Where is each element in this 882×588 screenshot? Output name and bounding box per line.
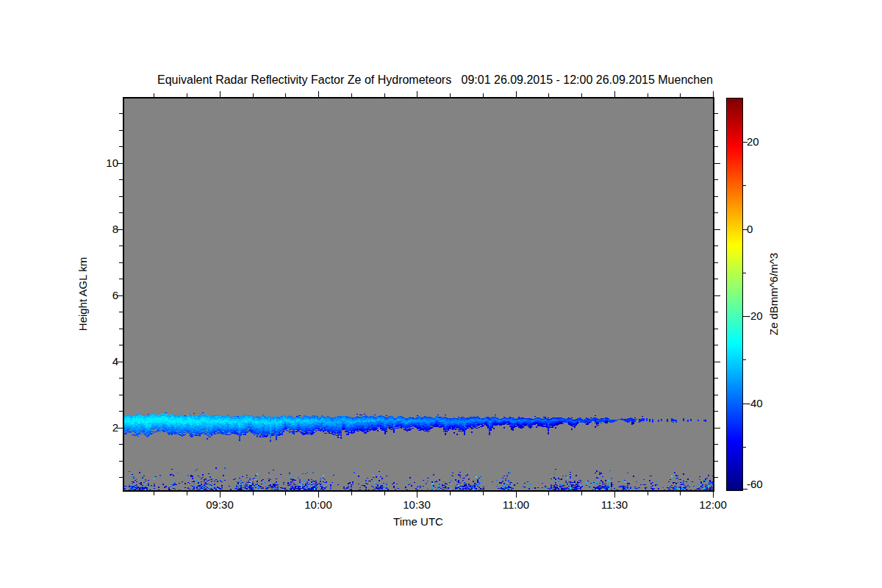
x-minor-tick <box>483 93 484 97</box>
x-major-tick <box>614 492 615 498</box>
x-major-tick <box>417 492 417 498</box>
colorbar-minor-tick <box>743 359 746 360</box>
y-major-tick <box>714 229 720 230</box>
y-minor-tick <box>119 477 123 478</box>
y-minor-tick <box>714 113 718 114</box>
x-major-tick <box>220 91 220 97</box>
y-minor-tick <box>714 279 718 279</box>
x-tick-label: 09:30 <box>198 499 242 511</box>
y-minor-tick <box>714 444 718 445</box>
y-minor-tick <box>714 146 718 147</box>
colorbar-tick-label: -40 <box>747 398 781 409</box>
x-minor-tick <box>680 93 681 97</box>
x-axis-label: Time UTC <box>345 515 492 528</box>
y-minor-tick <box>119 312 123 312</box>
y-tick-label: 6 <box>89 290 118 301</box>
y-minor-tick <box>119 113 123 114</box>
colorbar-tick-label: -60 <box>747 478 781 490</box>
colorbar-minor-tick <box>743 273 746 273</box>
x-minor-tick <box>548 93 549 97</box>
x-minor-tick <box>351 492 352 495</box>
x-minor-tick <box>285 93 286 97</box>
x-minor-tick <box>253 93 254 97</box>
y-minor-tick <box>714 395 718 395</box>
y-minor-tick <box>119 262 123 263</box>
x-minor-tick <box>253 492 254 495</box>
y-minor-tick <box>119 444 123 445</box>
y-minor-tick <box>714 461 718 462</box>
y-minor-tick <box>119 245 123 246</box>
colorbar-canvas <box>727 98 742 490</box>
x-tick-label: 12:00 <box>691 499 735 511</box>
y-minor-tick <box>714 179 718 180</box>
x-minor-tick <box>680 492 681 495</box>
x-minor-tick <box>483 492 484 495</box>
y-minor-tick <box>119 179 123 180</box>
y-minor-tick <box>119 345 123 345</box>
y-minor-tick <box>714 477 718 478</box>
x-major-tick <box>713 91 714 97</box>
radar-reflectivity-chart: Equivalent Radar Reflectivity Factor Ze … <box>0 0 882 588</box>
x-major-tick <box>318 492 319 498</box>
y-minor-tick <box>714 411 718 412</box>
x-major-tick <box>417 91 417 97</box>
colorbar-tick-label: 20 <box>747 136 781 148</box>
colorbar-tick-label: -20 <box>747 310 781 322</box>
x-minor-tick <box>285 492 286 495</box>
x-minor-tick <box>581 492 582 495</box>
y-axis-label: Height AGL km <box>76 235 90 353</box>
y-minor-tick <box>714 130 718 131</box>
x-major-tick <box>318 91 319 97</box>
colorbar-minor-tick <box>743 185 746 186</box>
y-tick-label: 10 <box>89 157 118 169</box>
x-minor-tick <box>187 93 187 97</box>
y-minor-tick <box>119 130 123 131</box>
x-major-tick <box>713 492 714 498</box>
x-minor-tick <box>154 492 154 495</box>
y-minor-tick <box>714 245 718 246</box>
y-minor-tick <box>714 312 718 312</box>
x-minor-tick <box>648 492 648 495</box>
y-major-tick <box>714 163 720 164</box>
x-tick-label: 10:00 <box>296 499 340 511</box>
x-minor-tick <box>187 492 187 495</box>
x-minor-tick <box>384 492 385 495</box>
y-tick-label: 4 <box>89 356 118 368</box>
x-minor-tick <box>450 93 451 97</box>
x-tick-label: 11:00 <box>494 499 538 511</box>
x-major-tick <box>220 492 220 498</box>
chart-title: Equivalent Radar Reflectivity Factor Ze … <box>31 74 839 87</box>
radar-heatmap-canvas <box>124 98 713 490</box>
y-major-tick <box>714 295 720 296</box>
x-major-tick <box>516 91 517 97</box>
y-minor-tick <box>119 395 123 395</box>
y-major-tick <box>714 428 720 429</box>
y-minor-tick <box>714 378 718 379</box>
colorbar-label: Ze dBmm^6/m^3 <box>767 235 781 353</box>
y-tick-label: 8 <box>89 223 118 235</box>
x-minor-tick <box>548 492 549 495</box>
y-minor-tick <box>119 378 123 379</box>
y-major-tick <box>714 362 720 362</box>
x-minor-tick <box>450 492 451 495</box>
x-major-tick <box>516 492 517 498</box>
y-minor-tick <box>119 329 123 329</box>
y-minor-tick <box>714 196 718 197</box>
colorbar-frame <box>726 98 743 491</box>
x-minor-tick <box>581 93 582 97</box>
x-tick-label: 11:30 <box>592 499 637 511</box>
x-minor-tick <box>351 93 352 97</box>
y-minor-tick <box>119 411 123 412</box>
y-minor-tick <box>119 279 123 279</box>
x-minor-tick <box>648 93 648 97</box>
x-minor-tick <box>384 93 385 97</box>
y-minor-tick <box>714 262 718 263</box>
y-tick-label: 2 <box>89 422 118 434</box>
y-minor-tick <box>119 212 123 213</box>
x-tick-label: 10:30 <box>395 499 439 511</box>
x-minor-tick <box>154 93 154 97</box>
colorbar-tick-label: 0 <box>747 223 781 235</box>
y-minor-tick <box>714 329 718 329</box>
y-minor-tick <box>714 212 718 213</box>
y-minor-tick <box>119 146 123 147</box>
